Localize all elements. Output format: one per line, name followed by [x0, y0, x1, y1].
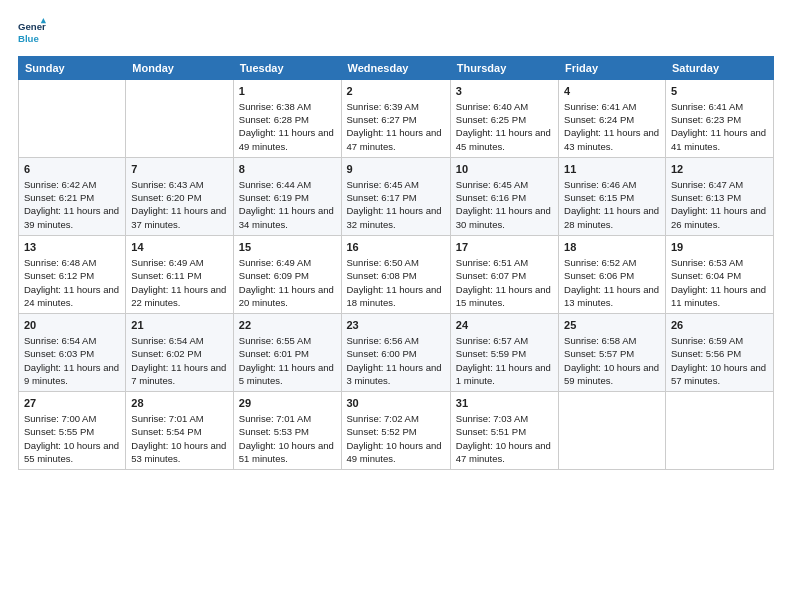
day-number: 17 — [456, 240, 553, 255]
calendar-cell — [126, 80, 233, 158]
calendar-cell: 22Sunrise: 6:55 AM Sunset: 6:01 PM Dayli… — [233, 314, 341, 392]
calendar-cell: 13Sunrise: 6:48 AM Sunset: 6:12 PM Dayli… — [19, 236, 126, 314]
day-number: 27 — [24, 396, 120, 411]
col-monday: Monday — [126, 57, 233, 80]
calendar-week-row: 13Sunrise: 6:48 AM Sunset: 6:12 PM Dayli… — [19, 236, 774, 314]
day-number: 19 — [671, 240, 768, 255]
calendar-cell: 5Sunrise: 6:41 AM Sunset: 6:23 PM Daylig… — [665, 80, 773, 158]
header: General Blue — [18, 18, 774, 46]
day-number: 16 — [347, 240, 445, 255]
day-info: Sunrise: 6:45 AM Sunset: 6:17 PM Dayligh… — [347, 178, 445, 231]
calendar-cell: 18Sunrise: 6:52 AM Sunset: 6:06 PM Dayli… — [559, 236, 666, 314]
logo-icon: General Blue — [18, 18, 46, 46]
calendar-cell: 3Sunrise: 6:40 AM Sunset: 6:25 PM Daylig… — [450, 80, 558, 158]
day-info: Sunrise: 6:43 AM Sunset: 6:20 PM Dayligh… — [131, 178, 227, 231]
day-number: 24 — [456, 318, 553, 333]
calendar-cell: 16Sunrise: 6:50 AM Sunset: 6:08 PM Dayli… — [341, 236, 450, 314]
day-info: Sunrise: 6:42 AM Sunset: 6:21 PM Dayligh… — [24, 178, 120, 231]
day-number: 26 — [671, 318, 768, 333]
day-info: Sunrise: 6:41 AM Sunset: 6:23 PM Dayligh… — [671, 100, 768, 153]
calendar-cell: 26Sunrise: 6:59 AM Sunset: 5:56 PM Dayli… — [665, 314, 773, 392]
day-number: 9 — [347, 162, 445, 177]
day-info: Sunrise: 6:54 AM Sunset: 6:02 PM Dayligh… — [131, 334, 227, 387]
calendar-cell: 7Sunrise: 6:43 AM Sunset: 6:20 PM Daylig… — [126, 158, 233, 236]
day-number: 6 — [24, 162, 120, 177]
day-number: 28 — [131, 396, 227, 411]
day-info: Sunrise: 7:03 AM Sunset: 5:51 PM Dayligh… — [456, 412, 553, 465]
day-number: 25 — [564, 318, 660, 333]
day-number: 8 — [239, 162, 336, 177]
day-number: 30 — [347, 396, 445, 411]
day-info: Sunrise: 6:56 AM Sunset: 6:00 PM Dayligh… — [347, 334, 445, 387]
day-info: Sunrise: 6:44 AM Sunset: 6:19 PM Dayligh… — [239, 178, 336, 231]
day-number: 3 — [456, 84, 553, 99]
day-info: Sunrise: 6:52 AM Sunset: 6:06 PM Dayligh… — [564, 256, 660, 309]
calendar-cell: 31Sunrise: 7:03 AM Sunset: 5:51 PM Dayli… — [450, 392, 558, 470]
col-wednesday: Wednesday — [341, 57, 450, 80]
day-info: Sunrise: 6:54 AM Sunset: 6:03 PM Dayligh… — [24, 334, 120, 387]
day-number: 13 — [24, 240, 120, 255]
calendar-cell — [665, 392, 773, 470]
calendar-week-row: 6Sunrise: 6:42 AM Sunset: 6:21 PM Daylig… — [19, 158, 774, 236]
calendar-cell: 27Sunrise: 7:00 AM Sunset: 5:55 PM Dayli… — [19, 392, 126, 470]
day-info: Sunrise: 6:48 AM Sunset: 6:12 PM Dayligh… — [24, 256, 120, 309]
day-number: 12 — [671, 162, 768, 177]
calendar-cell: 8Sunrise: 6:44 AM Sunset: 6:19 PM Daylig… — [233, 158, 341, 236]
day-info: Sunrise: 6:47 AM Sunset: 6:13 PM Dayligh… — [671, 178, 768, 231]
day-info: Sunrise: 6:49 AM Sunset: 6:09 PM Dayligh… — [239, 256, 336, 309]
logo: General Blue — [18, 18, 50, 46]
col-sunday: Sunday — [19, 57, 126, 80]
day-number: 21 — [131, 318, 227, 333]
col-friday: Friday — [559, 57, 666, 80]
day-number: 4 — [564, 84, 660, 99]
svg-text:Blue: Blue — [18, 33, 39, 44]
calendar-cell: 2Sunrise: 6:39 AM Sunset: 6:27 PM Daylig… — [341, 80, 450, 158]
calendar-cell — [19, 80, 126, 158]
day-info: Sunrise: 6:45 AM Sunset: 6:16 PM Dayligh… — [456, 178, 553, 231]
day-info: Sunrise: 6:40 AM Sunset: 6:25 PM Dayligh… — [456, 100, 553, 153]
calendar-cell: 24Sunrise: 6:57 AM Sunset: 5:59 PM Dayli… — [450, 314, 558, 392]
calendar-cell: 4Sunrise: 6:41 AM Sunset: 6:24 PM Daylig… — [559, 80, 666, 158]
day-info: Sunrise: 7:02 AM Sunset: 5:52 PM Dayligh… — [347, 412, 445, 465]
day-number: 22 — [239, 318, 336, 333]
calendar-cell: 11Sunrise: 6:46 AM Sunset: 6:15 PM Dayli… — [559, 158, 666, 236]
day-info: Sunrise: 7:01 AM Sunset: 5:54 PM Dayligh… — [131, 412, 227, 465]
day-info: Sunrise: 6:38 AM Sunset: 6:28 PM Dayligh… — [239, 100, 336, 153]
calendar-week-row: 20Sunrise: 6:54 AM Sunset: 6:03 PM Dayli… — [19, 314, 774, 392]
day-info: Sunrise: 6:39 AM Sunset: 6:27 PM Dayligh… — [347, 100, 445, 153]
page: General Blue Sunday Monday Tuesday Wedne… — [0, 0, 792, 612]
calendar-cell: 9Sunrise: 6:45 AM Sunset: 6:17 PM Daylig… — [341, 158, 450, 236]
day-number: 11 — [564, 162, 660, 177]
calendar-header-row: Sunday Monday Tuesday Wednesday Thursday… — [19, 57, 774, 80]
col-saturday: Saturday — [665, 57, 773, 80]
calendar-week-row: 1Sunrise: 6:38 AM Sunset: 6:28 PM Daylig… — [19, 80, 774, 158]
calendar-cell: 28Sunrise: 7:01 AM Sunset: 5:54 PM Dayli… — [126, 392, 233, 470]
day-info: Sunrise: 6:51 AM Sunset: 6:07 PM Dayligh… — [456, 256, 553, 309]
calendar-cell: 30Sunrise: 7:02 AM Sunset: 5:52 PM Dayli… — [341, 392, 450, 470]
col-thursday: Thursday — [450, 57, 558, 80]
calendar-cell: 25Sunrise: 6:58 AM Sunset: 5:57 PM Dayli… — [559, 314, 666, 392]
calendar-cell: 19Sunrise: 6:53 AM Sunset: 6:04 PM Dayli… — [665, 236, 773, 314]
col-tuesday: Tuesday — [233, 57, 341, 80]
calendar-cell: 20Sunrise: 6:54 AM Sunset: 6:03 PM Dayli… — [19, 314, 126, 392]
calendar-cell — [559, 392, 666, 470]
day-number: 2 — [347, 84, 445, 99]
day-info: Sunrise: 6:46 AM Sunset: 6:15 PM Dayligh… — [564, 178, 660, 231]
calendar-cell: 29Sunrise: 7:01 AM Sunset: 5:53 PM Dayli… — [233, 392, 341, 470]
day-number: 20 — [24, 318, 120, 333]
day-info: Sunrise: 6:59 AM Sunset: 5:56 PM Dayligh… — [671, 334, 768, 387]
calendar-cell: 15Sunrise: 6:49 AM Sunset: 6:09 PM Dayli… — [233, 236, 341, 314]
day-number: 18 — [564, 240, 660, 255]
day-number: 7 — [131, 162, 227, 177]
day-info: Sunrise: 6:41 AM Sunset: 6:24 PM Dayligh… — [564, 100, 660, 153]
day-number: 29 — [239, 396, 336, 411]
day-number: 14 — [131, 240, 227, 255]
day-number: 10 — [456, 162, 553, 177]
day-number: 1 — [239, 84, 336, 99]
day-info: Sunrise: 6:50 AM Sunset: 6:08 PM Dayligh… — [347, 256, 445, 309]
day-number: 31 — [456, 396, 553, 411]
calendar-cell: 17Sunrise: 6:51 AM Sunset: 6:07 PM Dayli… — [450, 236, 558, 314]
day-info: Sunrise: 6:57 AM Sunset: 5:59 PM Dayligh… — [456, 334, 553, 387]
calendar-cell: 12Sunrise: 6:47 AM Sunset: 6:13 PM Dayli… — [665, 158, 773, 236]
calendar-body: 1Sunrise: 6:38 AM Sunset: 6:28 PM Daylig… — [19, 80, 774, 470]
